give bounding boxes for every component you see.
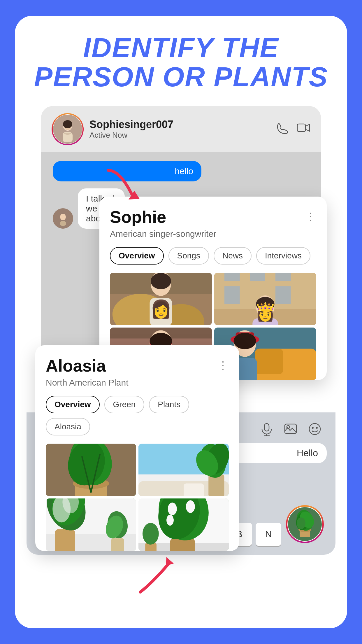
svg-point-71 — [168, 503, 177, 515]
aloasia-avatar-img — [288, 507, 322, 541]
sophie-tab-songs[interactable]: Songs — [168, 247, 209, 265]
svg-point-42 — [234, 333, 256, 349]
aloasia-name: Aloasia — [46, 356, 106, 375]
chat-action-icons — [277, 122, 310, 136]
sophie-tab-news[interactable]: News — [214, 247, 252, 265]
svg-rect-35 — [255, 349, 283, 374]
svg-point-90 — [297, 517, 305, 529]
svg-rect-23 — [275, 286, 291, 304]
svg-rect-22 — [224, 286, 240, 304]
sophie-tabs: Overview Songs News Interviews — [110, 247, 316, 265]
video-icon[interactable] — [297, 123, 310, 136]
key-N[interactable]: N — [256, 523, 281, 546]
emoji-keyboard-icon[interactable] — [309, 423, 321, 438]
aloasia-tab-green[interactable]: Green — [104, 396, 145, 413]
svg-rect-61 — [55, 529, 75, 551]
aloasia-tab-plants[interactable]: Plants — [149, 396, 189, 413]
chat-username: Sophiesinger007 — [89, 118, 271, 131]
svg-point-73 — [166, 514, 174, 525]
aloasia-photo-2 — [138, 444, 229, 496]
aloasia-info-card: Aloasia ⋮ North American Plant Overview … — [35, 345, 239, 551]
svg-point-81 — [309, 424, 320, 435]
headline: IDENTIFY THE PERSON OR PLANTS — [34, 33, 328, 92]
profile-avatar-img — [53, 115, 82, 144]
aloasia-photo-1 — [46, 444, 136, 496]
svg-rect-8 — [60, 221, 66, 226]
aloasia-tab-aloasia[interactable]: Aloasia — [46, 418, 90, 435]
phone-area: Sophiesinger007 Active Now — [27, 106, 335, 617]
svg-rect-52 — [208, 474, 224, 496]
sophie-tab-overview[interactable]: Overview — [110, 247, 164, 265]
arrow-to-sophie — [96, 164, 149, 218]
outer-card: IDENTIFY THE PERSON OR PLANTS — [15, 16, 347, 628]
sophie-photo-2 — [214, 273, 316, 325]
svg-rect-15 — [150, 298, 172, 325]
svg-point-72 — [186, 500, 195, 513]
arrow-to-plant — [123, 540, 181, 599]
svg-rect-5 — [297, 124, 305, 132]
headline-line1: IDENTIFY THE — [83, 32, 279, 63]
svg-point-7 — [60, 214, 66, 220]
svg-marker-91 — [166, 557, 174, 566]
message-avatar — [53, 208, 73, 229]
aloasia-photo-grid — [46, 444, 229, 551]
aloasia-tab-overview[interactable]: Overview — [46, 396, 100, 413]
sophie-description: American singer-songwriter — [110, 229, 316, 239]
svg-rect-58 — [111, 538, 124, 551]
svg-rect-76 — [264, 424, 269, 431]
svg-rect-19 — [224, 273, 240, 281]
svg-point-4 — [63, 120, 72, 128]
profile-avatar-ring[interactable] — [52, 113, 84, 145]
chat-user-info: Sophiesinger007 Active Now — [89, 118, 271, 140]
svg-rect-25 — [252, 318, 278, 325]
aloasia-title-row: Aloasia ⋮ — [46, 356, 229, 375]
mic-keyboard-icon[interactable] — [261, 423, 273, 438]
aloasia-tabs: Overview Green Plants Aloasia — [46, 396, 229, 435]
headline-line2: PERSON OR PLANTS — [34, 61, 328, 92]
svg-point-82 — [312, 427, 314, 429]
aloasia-keyboard-avatar[interactable] — [286, 505, 324, 543]
aloasia-more-icon[interactable]: ⋮ — [218, 359, 229, 372]
aloasia-description: North American Plant — [46, 378, 229, 388]
phone-icon[interactable] — [277, 122, 289, 136]
sophie-tab-interviews[interactable]: Interviews — [256, 247, 310, 265]
chat-header: Sophiesinger007 Active Now — [41, 106, 321, 152]
chat-status: Active Now — [89, 131, 271, 140]
svg-rect-21 — [275, 273, 291, 281]
svg-rect-20 — [250, 273, 266, 281]
image-keyboard-icon[interactable] — [284, 423, 297, 438]
svg-point-16 — [151, 273, 171, 289]
svg-point-26 — [256, 297, 275, 311]
svg-point-83 — [316, 427, 318, 429]
sophie-more-icon[interactable]: ⋮ — [305, 211, 316, 223]
svg-rect-51 — [184, 483, 204, 496]
sophie-photo-1 — [110, 273, 212, 325]
